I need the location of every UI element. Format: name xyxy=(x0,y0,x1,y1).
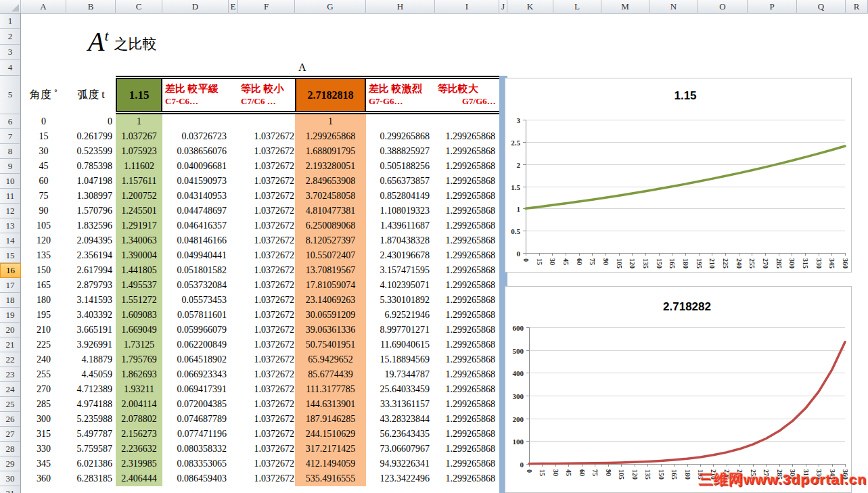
cell-pow-e[interactable]: 50.75401951 xyxy=(295,337,366,352)
column-header-B[interactable]: B xyxy=(66,0,116,14)
cell-ratio-1-15[interactable]: 1.0372672 xyxy=(238,233,295,248)
cell-ratio-e[interactable]: 1.299265868 xyxy=(435,352,499,367)
row-header-14[interactable]: 14 xyxy=(0,233,21,248)
cell-diff-e[interactable]: 1.870438328 xyxy=(366,233,435,248)
cell-radian[interactable]: 3.665191 xyxy=(66,323,116,337)
row-header-7[interactable]: 7 xyxy=(0,129,21,144)
header-base-1-15[interactable]: 1.15 xyxy=(116,79,162,111)
cell-pow-e[interactable]: 65.9429652 xyxy=(295,352,366,367)
cell-diff-e[interactable]: 11.69040615 xyxy=(366,337,435,352)
row-header-6[interactable]: 6 xyxy=(0,114,21,129)
cell-pow-e[interactable]: 6.250089068 xyxy=(295,218,366,233)
series-line[interactable] xyxy=(529,342,845,464)
row-header-29[interactable]: 29 xyxy=(0,456,21,471)
cell-pow-1-15[interactable]: 1 xyxy=(116,114,162,129)
cell-ratio-1-15[interactable]: 1.0372672 xyxy=(238,204,295,218)
cell-ratio-e[interactable]: 1.299265868 xyxy=(435,367,499,382)
cell-pow-1-15[interactable]: 1.157611 xyxy=(116,174,162,189)
cell-diff-e[interactable]: 1.439611687 xyxy=(366,218,435,233)
cell-pow-1-15[interactable]: 1.73125 xyxy=(116,337,162,352)
cell-radian[interactable]: 4.45059 xyxy=(66,367,116,382)
cell-diff-1-15[interactable]: 0.044748697 xyxy=(162,204,229,218)
cell-radian[interactable]: 3.926991 xyxy=(66,337,116,352)
cell-radian[interactable]: 5.759587 xyxy=(66,442,116,456)
header-base-e[interactable]: 2.7182818 xyxy=(295,79,366,111)
cell-ratio-e[interactable]: 1.299265868 xyxy=(435,248,499,263)
cell-angle[interactable]: 345 xyxy=(21,456,66,471)
row-header-20[interactable]: 20 xyxy=(0,323,21,337)
cell-angle[interactable]: 255 xyxy=(21,367,66,382)
cell-radian[interactable]: 6.021386 xyxy=(66,456,116,471)
cell-ratio-e[interactable]: 1.299265868 xyxy=(435,471,499,486)
cell-diff-1-15[interactable]: 0.069417391 xyxy=(162,382,229,397)
cell-radian[interactable]: 0 xyxy=(66,114,116,129)
column-header-O[interactable]: O xyxy=(698,0,748,14)
row-header-11[interactable]: 11 xyxy=(0,189,21,204)
cell-diff-1-15[interactable]: 0.059966079 xyxy=(162,323,229,337)
cell-diff-1-15[interactable]: 0.074687789 xyxy=(162,412,229,427)
cell-diff-1-15[interactable]: 0.086459403 xyxy=(162,471,229,486)
cell-pow-e[interactable]: 23.14069263 xyxy=(295,293,366,308)
cell-angle[interactable]: 180 xyxy=(21,293,66,308)
cell-angle[interactable]: 45 xyxy=(21,159,66,174)
cell-ratio-1-15[interactable]: 1.0372672 xyxy=(238,442,295,456)
cell-ratio-e[interactable]: 1.299265868 xyxy=(435,337,499,352)
column-header-G[interactable]: G xyxy=(295,0,366,14)
column-header-C[interactable]: C xyxy=(116,0,162,14)
cell-radian[interactable]: 1.047198 xyxy=(66,174,116,189)
cell-ratio-e[interactable]: 1.299265868 xyxy=(435,218,499,233)
column-header-R[interactable]: R xyxy=(846,0,868,14)
cell-ratio-e[interactable]: 1.299265868 xyxy=(435,204,499,218)
row-header-31[interactable]: 31 xyxy=(0,486,21,493)
cell-pow-e[interactable]: 85.6774439 xyxy=(295,367,366,382)
cell-diff-e[interactable]: 15.18894569 xyxy=(366,352,435,367)
cell-ratio-1-15[interactable]: 1.0372672 xyxy=(238,352,295,367)
cell-ratio-1-15[interactable]: 1.0372672 xyxy=(238,144,295,159)
cell-ratio-1-15[interactable]: 1.0372672 xyxy=(238,397,295,412)
cell-ratio-1-15[interactable]: 1.0372672 xyxy=(238,159,295,174)
cell-angle[interactable]: 195 xyxy=(21,308,66,323)
cell-ratio-1-15[interactable]: 1.0372672 xyxy=(238,427,295,442)
cell-ratio-1-15[interactable]: 1.0372672 xyxy=(238,412,295,427)
row-header-16[interactable]: 16 xyxy=(0,263,21,278)
column-header-L[interactable]: L xyxy=(553,0,601,14)
cell-pow-e[interactable]: 1.299265868 xyxy=(295,129,366,144)
cell-ratio-e[interactable] xyxy=(435,114,499,129)
row-header-5[interactable]: 5 xyxy=(0,76,21,114)
cell-diff-e[interactable]: 94.93226341 xyxy=(366,456,435,471)
cell-pow-1-15[interactable]: 1.441805 xyxy=(116,263,162,278)
row-header-24[interactable]: 24 xyxy=(0,382,21,397)
cell-diff-e[interactable]: 33.31361157 xyxy=(366,397,435,412)
cell-diff-1-15[interactable]: 0.072004385 xyxy=(162,397,229,412)
cell-diff-1-15[interactable]: 0.041590973 xyxy=(162,174,229,189)
cell-diff-1-15[interactable]: 0.053732084 xyxy=(162,278,229,293)
cell-radian[interactable]: 2.879793 xyxy=(66,278,116,293)
cell-ratio-1-15[interactable]: 1.0372672 xyxy=(238,189,295,204)
row-header-28[interactable]: 28 xyxy=(0,442,21,456)
cell-angle[interactable]: 285 xyxy=(21,397,66,412)
cell-radian[interactable]: 5.497787 xyxy=(66,427,116,442)
cell-pow-1-15[interactable]: 1.11602 xyxy=(116,159,162,174)
cell-radian[interactable]: 1.832596 xyxy=(66,218,116,233)
cell-ratio-1-15[interactable]: 1.0372672 xyxy=(238,367,295,382)
cell-angle[interactable]: 120 xyxy=(21,233,66,248)
cell-diff-e[interactable]: 1.108019323 xyxy=(366,204,435,218)
cell-ratio-1-15[interactable]: 1.0372672 xyxy=(238,456,295,471)
row-header-19[interactable]: 19 xyxy=(0,308,21,323)
cell-diff-1-15[interactable] xyxy=(162,114,229,129)
cell-radian[interactable]: 2.617994 xyxy=(66,263,116,278)
cell-ratio-1-15[interactable]: 1.0372672 xyxy=(238,471,295,486)
cell-angle[interactable]: 60 xyxy=(21,174,66,189)
cell-angle[interactable]: 240 xyxy=(21,352,66,367)
cell-pow-e[interactable]: 8.120527397 xyxy=(295,233,366,248)
cell-diff-1-15[interactable]: 0.066923343 xyxy=(162,367,229,382)
column-header-J[interactable]: J xyxy=(499,0,507,14)
series-line[interactable] xyxy=(526,146,845,208)
cell-diff-1-15[interactable]: 0.062200849 xyxy=(162,337,229,352)
cell-pow-e[interactable]: 2.849653908 xyxy=(295,174,366,189)
cell-ratio-e[interactable]: 1.299265868 xyxy=(435,278,499,293)
cell-pow-1-15[interactable]: 2.406444 xyxy=(116,471,162,486)
cell-radian[interactable]: 6.283185 xyxy=(66,471,116,486)
header-ratio-1[interactable]: 等比 較小 C7/C6 … xyxy=(238,79,295,111)
cell-pow-e[interactable]: 1 xyxy=(295,114,366,129)
